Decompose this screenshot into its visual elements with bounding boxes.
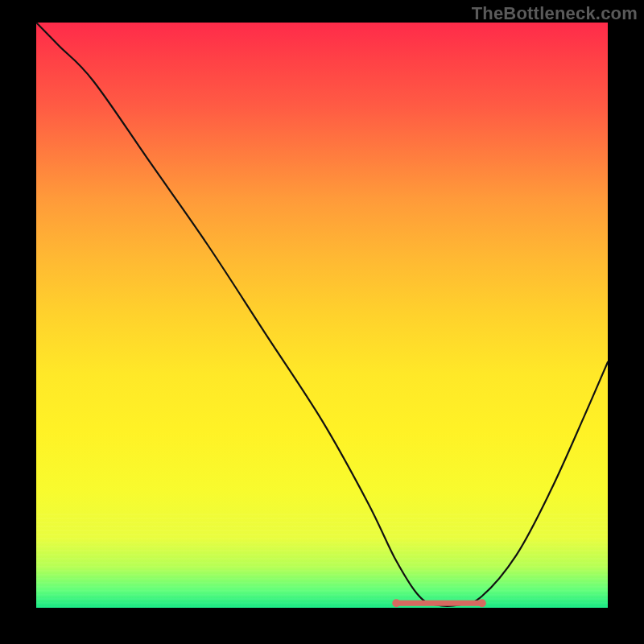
optimal-range-dot-left [392,599,400,607]
optimal-range-dot-right [478,599,486,607]
bottleneck-curve [36,23,608,606]
plot-area [36,23,608,608]
chart-frame: TheBottleneck.com [0,0,644,644]
watermark-text: TheBottleneck.com [472,3,638,24]
curve-svg [36,23,608,608]
